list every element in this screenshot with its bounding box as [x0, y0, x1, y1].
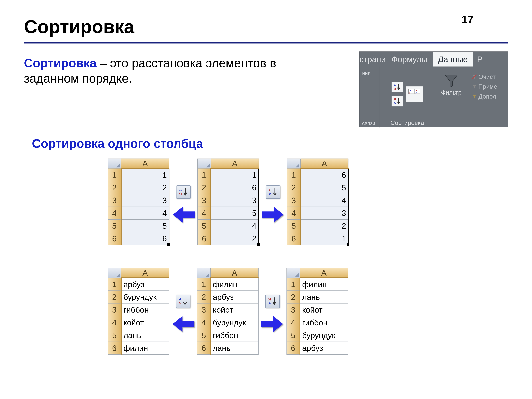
- sheet-num-desc: A 16 25 34 43 52 61: [287, 158, 349, 245]
- ribbon-group-sort: А Я Я А: [380, 66, 435, 128]
- grids-area: A 11 22 33 44 55 66 А Я: [108, 158, 508, 355]
- filter-icon[interactable]: [443, 73, 459, 88]
- corner-cell[interactable]: [287, 268, 300, 278]
- arrow-right-icon: [261, 315, 284, 333]
- sort-desc-icon: Я А: [268, 187, 278, 197]
- ribbon-group-filter-extra: Очист Приме Допол: [467, 66, 497, 128]
- grid-row-text: A 1арбуз 2бурундук 3гиббон 4койот 5лань …: [108, 268, 508, 355]
- filter-reapply[interactable]: Приме: [472, 83, 497, 90]
- col-header[interactable]: A: [211, 159, 259, 168]
- svg-text:А: А: [416, 91, 417, 94]
- sort-desc-icon: Я А: [393, 97, 401, 105]
- corner-cell[interactable]: [197, 268, 210, 278]
- arrow-col-left-2: А Я: [169, 289, 197, 333]
- sort-asc-button[interactable]: А Я: [176, 185, 191, 199]
- svg-text:А: А: [394, 101, 396, 105]
- ribbon-tab-review[interactable]: Ре: [473, 52, 482, 66]
- page-number: 17: [462, 13, 474, 25]
- svg-text:Я: Я: [394, 98, 396, 101]
- svg-text:Я: Я: [179, 192, 182, 196]
- sort-dialog-button[interactable]: А Я Я А: [406, 86, 423, 102]
- filter-reapply-icon: [472, 84, 477, 89]
- arrow-left-icon: [172, 315, 194, 333]
- arrow-col-left-1: А Я: [170, 180, 197, 224]
- svg-text:Я: Я: [269, 188, 272, 192]
- svg-text:А: А: [394, 84, 396, 87]
- definition-text: Сортировка – это расстановка элементов в…: [24, 56, 277, 86]
- arrow-right-icon: [262, 205, 284, 224]
- ribbon-tab-formulas[interactable]: Формулы: [386, 52, 433, 66]
- sheet-num-asc: A 11 22 33 44 55 66: [108, 158, 170, 245]
- sub-heading: Сортировка одного столбца: [32, 137, 508, 151]
- arrow-left-icon: [172, 205, 195, 224]
- sheet-txt-desc: A 1филин 2лань 3койот 4гиббон 5бурундук …: [286, 268, 348, 355]
- svg-text:А: А: [179, 297, 182, 301]
- svg-text:Я: Я: [268, 297, 271, 301]
- col-header[interactable]: A: [300, 268, 348, 278]
- sort-desc-button[interactable]: Я А: [265, 295, 280, 308]
- col-header[interactable]: A: [210, 268, 258, 278]
- filter-advanced[interactable]: Допол: [472, 93, 497, 100]
- sort-asc-icon: А Я: [393, 83, 401, 91]
- sort-asc-button-ribbon[interactable]: А Я: [391, 82, 403, 92]
- arrow-col-right-2: Я А: [259, 289, 286, 333]
- grid-row-numbers: A 11 22 33 44 55 66 А Я: [108, 158, 508, 245]
- ribbon-tab-pagelayout[interactable]: страницы: [360, 52, 386, 66]
- svg-text:А: А: [179, 188, 182, 192]
- col-header[interactable]: A: [300, 159, 348, 168]
- col-header[interactable]: A: [121, 159, 169, 168]
- svg-text:Я: Я: [409, 91, 411, 94]
- col-header[interactable]: A: [121, 268, 169, 278]
- sheet-num-orig: A 11 26 33 45 54 62: [197, 158, 259, 245]
- sheet-txt-asc: A 1арбуз 2бурундук 3гиббон 4койот 5лань …: [108, 268, 169, 355]
- sort-asc-button[interactable]: А Я: [176, 295, 190, 308]
- corner-cell[interactable]: [108, 268, 121, 278]
- svg-text:Я: Я: [394, 87, 396, 90]
- ribbon-group-connections: ния связи: [360, 66, 380, 128]
- sort-desc-icon: Я А: [267, 297, 278, 306]
- svg-text:А: А: [268, 301, 271, 305]
- ribbon-tab-data[interactable]: Данные: [433, 52, 473, 66]
- sort-asc-icon: А Я: [178, 297, 188, 306]
- sheet-txt-orig: A 1филин 2арбуз 3койот 4бурундук 5гиббон…: [197, 268, 259, 355]
- corner-cell[interactable]: [287, 159, 300, 168]
- sort-dialog-icon: А Я Я А: [408, 88, 421, 100]
- excel-ribbon: страницы Формулы Данные Ре ния связи: [359, 51, 508, 127]
- svg-text:Я: Я: [179, 301, 182, 305]
- svg-text:А: А: [269, 192, 272, 196]
- title-rule: [24, 42, 508, 44]
- filter-clear[interactable]: Очист: [472, 73, 497, 80]
- definition-term: Сортировка: [24, 56, 96, 70]
- definition-row: Сортировка – это расстановка элементов в…: [24, 56, 508, 127]
- corner-cell[interactable]: [108, 159, 121, 168]
- ribbon-body: ния связи А Я: [360, 66, 508, 128]
- sort-desc-button-ribbon[interactable]: Я А: [391, 96, 403, 107]
- sort-asc-icon: А Я: [178, 187, 189, 197]
- ribbon-group-filter: Фильтр: [435, 66, 467, 128]
- filter-label: Фильтр: [441, 89, 462, 96]
- slide: 17 Сортировка Сортировка – это расстанов…: [0, 0, 532, 399]
- filter-advanced-icon: [472, 94, 477, 99]
- page-title: Сортировка: [24, 16, 508, 38]
- arrow-col-right-1: Я А: [259, 180, 287, 224]
- filter-clear-icon: [472, 74, 477, 79]
- corner-cell[interactable]: [197, 159, 211, 168]
- ribbon-label-connections-top: ния: [362, 70, 377, 76]
- sort-desc-button[interactable]: Я А: [266, 185, 280, 199]
- ribbon-label-connections-bot: связи: [362, 121, 377, 126]
- sort-group-label: Сортировка: [382, 119, 432, 126]
- ribbon-tabs: страницы Формулы Данные Ре: [360, 52, 508, 66]
